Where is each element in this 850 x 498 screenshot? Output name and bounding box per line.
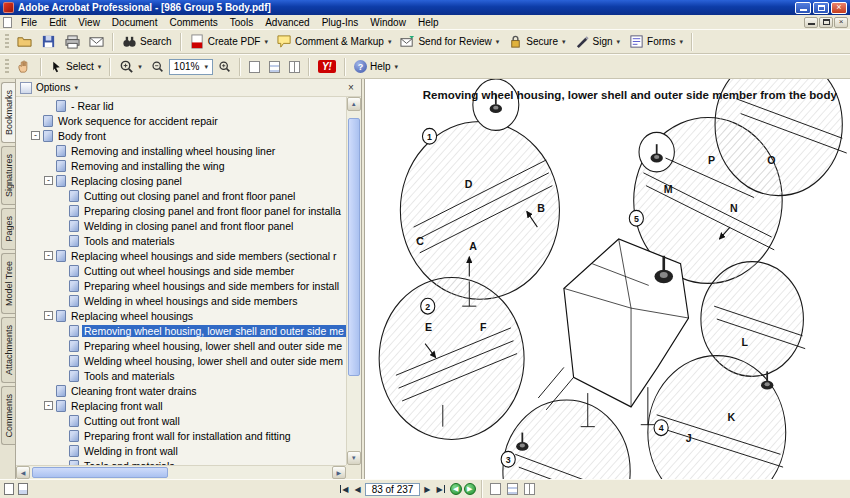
- bookmark-label[interactable]: Preparing wheel housing, lower shell and…: [82, 340, 344, 352]
- bookmark-label[interactable]: Welding in front wall: [82, 445, 180, 457]
- menu-plugins[interactable]: Plug-Ins: [316, 17, 365, 28]
- bookmark-item[interactable]: Tools and materials: [16, 368, 346, 383]
- bookmark-item[interactable]: - Rear lid: [16, 98, 346, 113]
- previous-view-button[interactable]: ◀: [450, 483, 462, 495]
- toolbar-grip[interactable]: [5, 34, 9, 50]
- bookmark-item[interactable]: -Body front: [16, 128, 346, 143]
- sidebar-tab-attachments[interactable]: Attachments: [1, 317, 15, 383]
- minimize-button[interactable]: [795, 2, 811, 14]
- two-up-view-button[interactable]: [285, 58, 304, 76]
- collapse-toggle-icon[interactable]: -: [44, 311, 53, 320]
- bookmark-item[interactable]: Tools and materials: [16, 233, 346, 248]
- next-view-button[interactable]: ▶: [464, 483, 476, 495]
- doc-restore-button[interactable]: [819, 17, 833, 28]
- menu-help[interactable]: Help: [412, 17, 445, 28]
- page-size-icon[interactable]: [4, 483, 14, 495]
- bookmark-label[interactable]: Cutting out front wall: [82, 415, 182, 427]
- menu-advanced[interactable]: Advanced: [259, 17, 315, 28]
- secure-button[interactable]: Secure ▾: [504, 31, 569, 52]
- bookmark-label[interactable]: Replacing wheel housings and side member…: [69, 250, 339, 262]
- next-page-button[interactable]: ▶: [422, 484, 432, 495]
- pdf-document-icon[interactable]: [3, 17, 12, 28]
- bookmark-label[interactable]: Welding in closing panel and front floor…: [82, 220, 295, 232]
- search-button[interactable]: Search: [118, 31, 176, 52]
- bookmark-label[interactable]: Cleaning front water drains: [69, 385, 198, 397]
- bookmark-item[interactable]: Removing and installing wheel housing li…: [16, 143, 346, 158]
- collapse-toggle-icon[interactable]: -: [31, 131, 40, 140]
- collapse-toggle-icon[interactable]: -: [44, 251, 53, 260]
- zoom-tool-button[interactable]: ▾: [115, 56, 146, 77]
- close-button[interactable]: ×: [831, 2, 847, 14]
- doc-close-button[interactable]: ×: [834, 17, 848, 28]
- scroll-down-button[interactable]: ▼: [347, 451, 361, 465]
- bookmark-item[interactable]: -Replacing closing panel: [16, 173, 346, 188]
- bookmark-item[interactable]: Preparing closing panel and front floor …: [16, 203, 346, 218]
- bookmark-label[interactable]: Removing and installing the wing: [69, 160, 227, 172]
- comment-markup-button[interactable]: Comment & Markup ▾: [273, 31, 395, 52]
- bookmark-label[interactable]: Replacing wheel housings: [69, 310, 195, 322]
- create-pdf-button[interactable]: Create PDF ▾: [186, 31, 272, 52]
- menu-file[interactable]: File: [15, 17, 43, 28]
- bookmark-label[interactable]: Cutting out closing panel and front floo…: [82, 190, 297, 202]
- expand-bookmark-icon[interactable]: [20, 82, 32, 94]
- bookmark-label[interactable]: Body front: [56, 130, 108, 142]
- zoom-out-button[interactable]: [147, 57, 168, 76]
- menu-view[interactable]: View: [72, 17, 106, 28]
- menu-tools[interactable]: Tools: [224, 17, 259, 28]
- bookmark-label[interactable]: Welding wheel housing, lower shell and o…: [82, 355, 345, 367]
- bookmark-item[interactable]: -Replacing front wall: [16, 398, 346, 413]
- sidebar-tab-comments[interactable]: Comments: [1, 386, 15, 446]
- menu-document[interactable]: Document: [106, 17, 164, 28]
- menu-window[interactable]: Window: [364, 17, 412, 28]
- bookmark-label[interactable]: Preparing closing panel and front floor …: [82, 205, 343, 217]
- options-button[interactable]: Options ▾: [36, 82, 78, 93]
- bookmark-item[interactable]: Welding in front wall: [16, 443, 346, 458]
- document-page[interactable]: Removing wheel housing, lower shell and …: [365, 79, 850, 479]
- bookmark-item[interactable]: Preparing front wall for installation an…: [16, 428, 346, 443]
- bookmark-item[interactable]: Preparing wheel housings and side member…: [16, 278, 346, 293]
- scrollbar-thumb[interactable]: [348, 118, 360, 376]
- bookmark-label[interactable]: Replacing front wall: [69, 400, 165, 412]
- continuous-layout-button[interactable]: [505, 482, 520, 496]
- bookmark-label[interactable]: Work sequence for accident repair: [56, 115, 220, 127]
- menu-edit[interactable]: Edit: [43, 17, 72, 28]
- bookmark-item[interactable]: -Replacing wheel housings and side membe…: [16, 248, 346, 263]
- page-mode-icon[interactable]: [18, 483, 28, 495]
- scrollbar-thumb[interactable]: [32, 467, 168, 478]
- bookmark-label[interactable]: Replacing closing panel: [69, 175, 184, 187]
- first-page-button[interactable]: ◀: [337, 484, 350, 495]
- help-button[interactable]: ? Help ▾: [350, 57, 402, 76]
- email-button[interactable]: [85, 31, 108, 52]
- bookmark-label[interactable]: Preparing front wall for installation an…: [82, 430, 293, 442]
- forms-button[interactable]: Forms ▾: [625, 31, 687, 52]
- bookmark-label[interactable]: Welding in wheel housings and side membe…: [82, 295, 299, 307]
- sidebar-tab-signatures[interactable]: Signatures: [1, 146, 15, 205]
- bookmark-item[interactable]: -Replacing wheel housings: [16, 308, 346, 323]
- bookmark-label[interactable]: Tools and materials: [82, 370, 176, 382]
- zoom-in-button[interactable]: [214, 57, 235, 76]
- bookmark-item[interactable]: Cutting out front wall: [16, 413, 346, 428]
- collapse-toggle-icon[interactable]: -: [44, 176, 53, 185]
- page-indicator[interactable]: 83 of 237: [365, 483, 421, 496]
- sign-button[interactable]: Sign ▾: [571, 31, 625, 52]
- bookmark-label[interactable]: Removing and installing wheel housing li…: [69, 145, 277, 157]
- single-page-layout-button[interactable]: [488, 482, 503, 496]
- sidebar-tab-pages[interactable]: Pages: [1, 208, 15, 250]
- bookmark-item[interactable]: Cleaning front water drains: [16, 383, 346, 398]
- bookmark-label[interactable]: Tools and materials: [82, 235, 176, 247]
- bookmark-label[interactable]: Preparing wheel housings and side member…: [82, 280, 341, 292]
- restore-button[interactable]: [813, 2, 829, 14]
- continuous-facing-layout-button[interactable]: [522, 482, 537, 496]
- bookmark-label[interactable]: - Rear lid: [69, 100, 116, 112]
- yahoo-toolbar-button[interactable]: Y!: [314, 57, 340, 76]
- bookmark-item[interactable]: Removing wheel housing, lower shell and …: [16, 323, 346, 338]
- bookmarks-vertical-scrollbar[interactable]: ▲ ▼: [346, 97, 361, 465]
- sidebar-tab-bookmarks[interactable]: Bookmarks: [1, 82, 15, 143]
- bookmarks-horizontal-scrollbar[interactable]: ◀ ▶: [16, 465, 346, 479]
- bookmark-item[interactable]: Cutting out wheel housings and side memb…: [16, 263, 346, 278]
- bookmark-item[interactable]: Work sequence for accident repair: [16, 113, 346, 128]
- bookmark-item[interactable]: Welding in closing panel and front floor…: [16, 218, 346, 233]
- save-button[interactable]: [37, 31, 60, 52]
- bookmark-item[interactable]: Tools and materials: [16, 458, 346, 465]
- doc-minimize-button[interactable]: [804, 17, 818, 28]
